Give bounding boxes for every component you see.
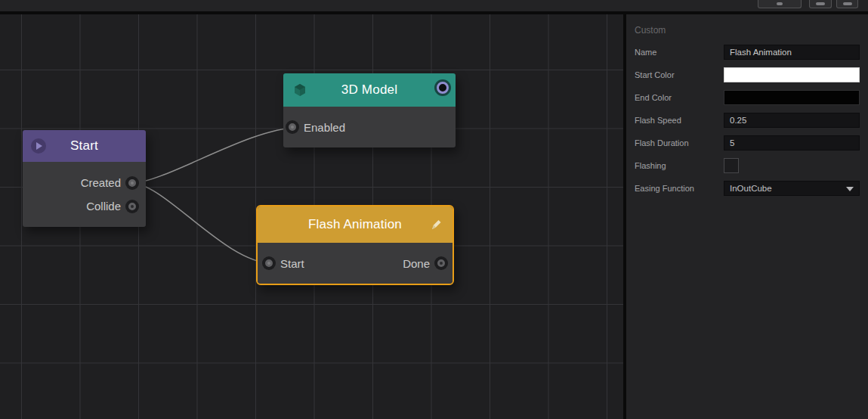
unreadable-glyph-icon — [777, 2, 783, 5]
output-row-created: Created — [23, 171, 146, 194]
port-label: Enabled — [304, 121, 345, 134]
input-port-enabled[interactable] — [289, 123, 296, 131]
field-label-easing-function: Easing Function — [635, 181, 721, 196]
unreadable-glyph-icon — [816, 2, 825, 5]
node-title: Start — [70, 138, 98, 154]
node-3d-model-body: Enabled — [283, 107, 456, 147]
inspector-panel: Custom Name Start Color End Color Flash … — [626, 14, 868, 419]
cube-icon — [292, 82, 307, 101]
node-flash-animation-body: Start Done — [258, 243, 453, 284]
field-label-flash-speed: Flash Speed — [635, 113, 721, 128]
node-start[interactable]: Start Created Collide — [23, 130, 146, 227]
section-title: Custom — [635, 25, 666, 36]
node-editor-window: Start Created Collide 3D Model — [0, 0, 868, 419]
node-title: 3D Model — [341, 82, 397, 98]
port-label: Collide — [86, 200, 121, 213]
toolbar-separator — [0, 11, 868, 14]
output-port-done[interactable] — [437, 259, 445, 267]
top-toolbar — [0, 0, 868, 11]
field-label-name: Name — [635, 45, 721, 60]
name-input[interactable] — [724, 45, 860, 60]
field-label-flash-duration: Flash Duration — [635, 135, 721, 151]
port-label: Done — [403, 257, 430, 270]
node-start-body: Created Collide — [23, 162, 146, 227]
start-color-swatch[interactable] — [724, 67, 860, 82]
output-port-created[interactable] — [128, 179, 136, 187]
node-title: Flash Animation — [308, 217, 402, 232]
toolbar-button-2[interactable] — [809, 0, 832, 8]
flash-speed-input[interactable] — [724, 113, 860, 128]
end-color-swatch[interactable] — [724, 90, 860, 105]
output-row-collide: Collide — [23, 194, 146, 218]
flashing-checkbox[interactable] — [724, 158, 739, 173]
toolbar-button-3[interactable] — [836, 0, 858, 8]
node-3d-model[interactable]: 3D Model Enabled — [283, 73, 456, 147]
easing-function-dropdown[interactable]: InOutCube — [724, 181, 860, 196]
unreadable-glyph-icon — [843, 2, 852, 5]
input-port-start[interactable] — [265, 259, 273, 267]
port-label: Created — [81, 176, 121, 189]
dropdown-selected-value: InOutCube — [730, 184, 772, 193]
node-flash-animation[interactable]: Flash Animation Start Done — [256, 205, 454, 285]
field-label-flashing: Flashing — [635, 158, 721, 173]
flash-duration-input[interactable] — [724, 135, 860, 151]
pencil-icon[interactable] — [429, 218, 443, 235]
node-3d-model-header[interactable]: 3D Model — [283, 73, 456, 107]
play-icon — [31, 138, 46, 154]
toolbar-button-1[interactable] — [758, 0, 802, 8]
field-label-start-color: Start Color — [635, 67, 721, 82]
flow-input-port[interactable] — [437, 82, 449, 94]
chevron-down-icon — [846, 187, 854, 191]
field-label-end-color: End Color — [635, 90, 721, 105]
node-flash-animation-header[interactable]: Flash Animation — [258, 206, 453, 243]
node-start-header[interactable]: Start — [23, 130, 146, 162]
output-port-collide[interactable] — [128, 203, 136, 210]
port-label: Start — [280, 257, 304, 270]
